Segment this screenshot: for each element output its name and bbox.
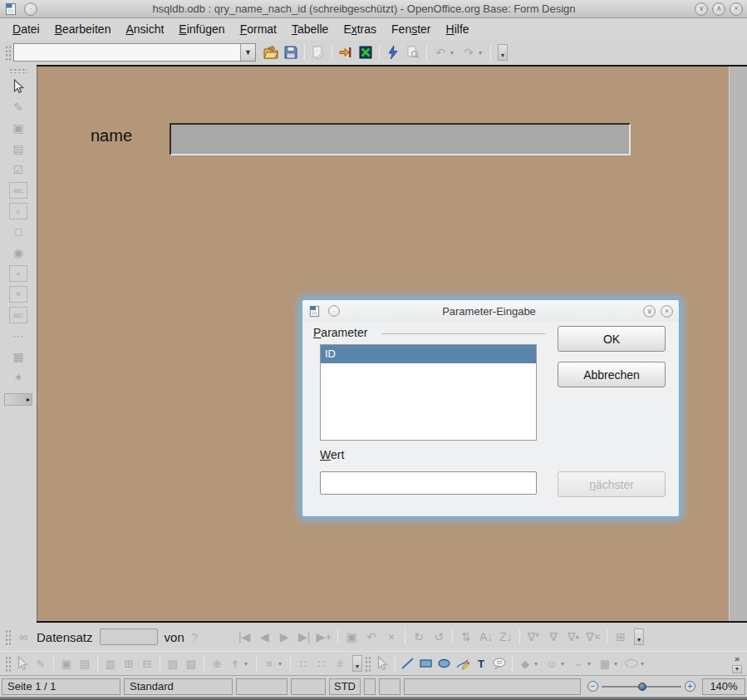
redo-dropdown-icon[interactable]: ▾ — [479, 49, 487, 57]
minimize-button[interactable]: ∨ — [695, 2, 708, 16]
dialog-rollup-button[interactable]: ∨ — [643, 305, 656, 318]
alignment-dropdown-icon[interactable]: ▾ — [278, 660, 287, 668]
form-text-field-control[interactable] — [170, 123, 631, 155]
basic-shapes-dropdown-icon[interactable]: ▾ — [534, 660, 543, 668]
menu-item-einfuegen[interactable]: Einfügen — [171, 20, 232, 38]
run-query-icon[interactable] — [383, 43, 403, 62]
snap-to-grid-icon[interactable]: ∷ — [312, 655, 331, 672]
control-properties-icon[interactable]: ▣ — [8, 120, 28, 136]
control-icon[interactable]: ▣ — [57, 655, 76, 672]
standard-toolbar-options-button[interactable]: ▾ — [498, 44, 508, 61]
status-slot-d[interactable] — [379, 678, 401, 695]
ok-button[interactable]: OK — [558, 326, 666, 352]
block-arrows-icon[interactable]: ⇔ — [569, 655, 587, 672]
edit-file-icon[interactable] — [308, 43, 328, 62]
combo-box-icon[interactable]: ⊟ — [9, 286, 27, 303]
dialog-close-button[interactable]: × — [661, 305, 673, 318]
design-select-icon[interactable] — [13, 655, 32, 672]
status-slot-b[interactable] — [291, 678, 326, 695]
anchor-dropdown-icon[interactable]: ▾ — [244, 660, 253, 668]
next-record-icon[interactable]: ▶ — [274, 628, 294, 646]
parameter-list-item[interactable]: ID — [321, 345, 536, 363]
add-table-icon[interactable]: ⊞ — [120, 655, 138, 672]
helplines-while-moving-icon[interactable]: # — [331, 655, 349, 672]
record-toolbar-options-button[interactable]: ▾ — [634, 629, 644, 645]
line-icon[interactable] — [399, 655, 417, 672]
maximize-button[interactable]: ∧ — [712, 2, 725, 16]
data-source-as-table-icon[interactable]: ⊞ — [611, 628, 631, 646]
zoom-slider-track[interactable] — [602, 686, 681, 688]
group-box-icon[interactable]: □ — [8, 224, 28, 240]
menu-item-bearbeiten[interactable]: Bearbeiten — [47, 20, 119, 38]
ellipse-icon[interactable] — [435, 655, 454, 672]
display-grid-icon[interactable]: ∷ — [294, 655, 312, 672]
previous-record-icon[interactable]: ◀ — [254, 628, 274, 646]
zoom-slider[interactable]: −+ — [584, 678, 699, 695]
apply-filter-icon[interactable]: ∇ — [543, 628, 563, 646]
find-record-icon[interactable] — [403, 43, 423, 62]
redo-icon[interactable]: ↷ — [459, 43, 479, 62]
data-to-fields-icon[interactable] — [336, 43, 356, 62]
form-controls-overflow-button[interactable]: ▸ — [4, 393, 32, 406]
autofilter-icon[interactable]: ∇* — [523, 628, 543, 646]
anchor-icon[interactable]: Ϯ — [226, 655, 244, 672]
flowchart-dropdown-icon[interactable]: ▾ — [614, 660, 622, 668]
text-icon[interactable]: T — [472, 655, 490, 672]
rectangle-icon[interactable] — [417, 655, 435, 672]
label-field-icon[interactable]: ABC — [9, 307, 27, 323]
menu-item-format[interactable]: Format — [233, 20, 284, 38]
sort-icon[interactable]: ⇅ — [456, 628, 476, 646]
reset-filter-icon[interactable]: ∇× — [583, 628, 603, 646]
block-arrows-dropdown-icon[interactable]: ▾ — [587, 660, 596, 668]
add-field-icon[interactable]: ⊟ — [138, 655, 156, 672]
more-toolbar-chevron[interactable]: »▾ — [732, 654, 745, 673]
menu-item-datei[interactable]: Datei — [5, 20, 47, 38]
page-style-cell[interactable]: Standard — [124, 678, 233, 695]
sort-descending-icon[interactable]: Z↓ — [496, 628, 516, 646]
form-navigation-grip[interactable] — [5, 629, 11, 645]
insert-mode-cell[interactable]: STD — [329, 678, 361, 695]
callout-shapes-icon[interactable] — [622, 655, 641, 672]
select-icon[interactable] — [8, 78, 28, 95]
drawing-select-icon[interactable] — [373, 655, 391, 672]
more-toolbar-chevron-glyph[interactable]: » — [735, 654, 740, 663]
load-url-dropdown[interactable]: ▼ — [240, 44, 255, 61]
last-record-icon[interactable]: ▶| — [294, 628, 314, 646]
form-label-control[interactable]: name — [91, 126, 132, 145]
standard-toolbar-grip[interactable] — [5, 44, 11, 61]
dialog-pin-button[interactable]: · — [328, 305, 340, 317]
wert-input[interactable] — [320, 471, 537, 495]
zoom-in-button[interactable]: + — [685, 681, 695, 692]
symbol-shapes-dropdown-icon[interactable]: ▾ — [561, 660, 569, 668]
formatted-field-icon[interactable]: #. — [9, 203, 27, 219]
status-slot-e[interactable] — [404, 678, 581, 695]
open-document-icon[interactable] — [261, 43, 281, 62]
form-design-tools-icon[interactable]: ▦ — [8, 348, 28, 365]
menu-item-ansicht[interactable]: Ansicht — [118, 20, 171, 38]
callout-shapes-dropdown-icon[interactable]: ▾ — [641, 660, 649, 668]
data-to-spreadsheet-icon[interactable] — [356, 43, 376, 62]
design-mode-onoff-icon[interactable]: ✎ — [32, 655, 50, 672]
callout-icon[interactable] — [490, 655, 509, 672]
parameter-listbox[interactable]: ID — [320, 344, 537, 441]
freeform-line-icon[interactable] — [454, 655, 472, 672]
application-icon[interactable] — [4, 2, 17, 16]
flowchart-icon[interactable]: ▦ — [596, 655, 614, 672]
design-toolbar-grip[interactable] — [5, 655, 11, 672]
list-box-icon[interactable]: ≡ — [9, 265, 27, 282]
menu-item-fenster[interactable]: Fenster — [384, 20, 438, 38]
refresh-icon[interactable]: ↻ — [409, 628, 429, 646]
menu-item-extras[interactable]: Extras — [336, 20, 384, 38]
sort-ascending-icon[interactable]: A↓ — [476, 628, 496, 646]
form-icon[interactable]: ▤ — [76, 655, 94, 672]
more-controls-icon[interactable]: ⋯ — [8, 328, 28, 344]
absolute-record-input[interactable] — [100, 629, 158, 645]
next-button[interactable]: nächster — [558, 471, 666, 497]
zoom-out-button[interactable]: − — [587, 681, 598, 692]
status-slot-c[interactable] — [364, 678, 376, 695]
menu-item-hilfe[interactable]: Hilfe — [439, 20, 477, 38]
more-toolbar-chevron-dropdown[interactable]: ▾ — [732, 665, 742, 673]
status-slot-a[interactable] — [236, 678, 287, 695]
open-in-design-mode-icon[interactable]: ▧ — [164, 655, 182, 672]
option-button-icon[interactable]: ◉ — [8, 244, 28, 261]
